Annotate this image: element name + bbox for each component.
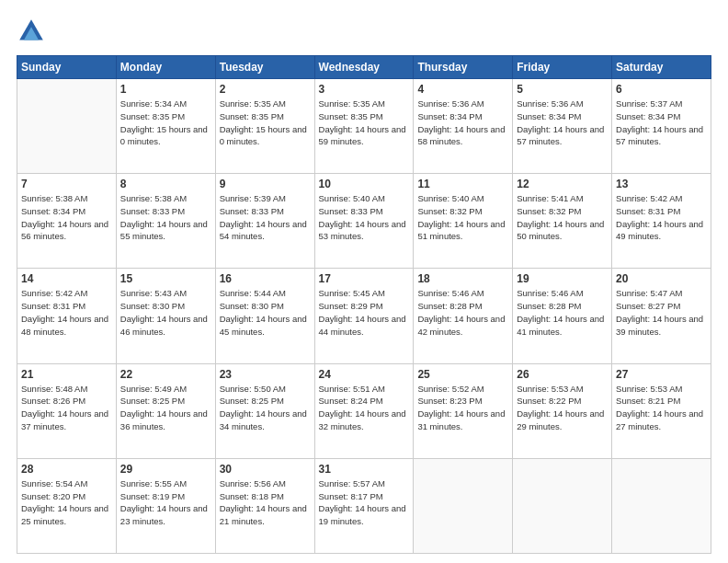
calendar-cell: 5Sunrise: 5:36 AM Sunset: 8:34 PM Daylig… bbox=[513, 79, 612, 174]
header bbox=[17, 17, 711, 46]
day-number: 10 bbox=[319, 178, 410, 190]
calendar-cell: 1Sunrise: 5:34 AM Sunset: 8:35 PM Daylig… bbox=[116, 79, 215, 174]
day-info: Sunrise: 5:47 AM Sunset: 8:27 PM Dayligh… bbox=[616, 287, 707, 338]
day-info: Sunrise: 5:50 AM Sunset: 8:25 PM Dayligh… bbox=[220, 383, 311, 433]
calendar-table: SundayMondayTuesdayWednesdayThursdayFrid… bbox=[17, 55, 711, 554]
calendar-cell: 2Sunrise: 5:35 AM Sunset: 8:35 PM Daylig… bbox=[215, 79, 314, 174]
day-number: 6 bbox=[616, 83, 707, 96]
calendar-cell: 8Sunrise: 5:38 AM Sunset: 8:33 PM Daylig… bbox=[116, 174, 215, 269]
day-info: Sunrise: 5:45 AM Sunset: 8:29 PM Dayligh… bbox=[319, 287, 410, 338]
calendar-cell: 22Sunrise: 5:49 AM Sunset: 8:25 PM Dayli… bbox=[116, 363, 215, 458]
calendar-cell bbox=[612, 458, 711, 553]
logo bbox=[17, 17, 51, 46]
day-number: 4 bbox=[417, 83, 508, 96]
col-header-saturday: Saturday bbox=[612, 56, 711, 79]
calendar-week-4: 28Sunrise: 5:54 AM Sunset: 8:20 PM Dayli… bbox=[17, 458, 711, 553]
day-number: 1 bbox=[120, 83, 211, 96]
calendar-cell: 25Sunrise: 5:52 AM Sunset: 8:23 PM Dayli… bbox=[414, 363, 513, 458]
day-info: Sunrise: 5:51 AM Sunset: 8:24 PM Dayligh… bbox=[319, 383, 410, 433]
day-number: 29 bbox=[120, 463, 211, 476]
calendar-cell: 27Sunrise: 5:53 AM Sunset: 8:21 PM Dayli… bbox=[612, 363, 711, 458]
day-info: Sunrise: 5:53 AM Sunset: 8:21 PM Dayligh… bbox=[616, 383, 707, 433]
calendar-cell: 30Sunrise: 5:56 AM Sunset: 8:18 PM Dayli… bbox=[215, 458, 314, 553]
calendar-cell: 24Sunrise: 5:51 AM Sunset: 8:24 PM Dayli… bbox=[314, 363, 414, 458]
calendar-cell: 3Sunrise: 5:35 AM Sunset: 8:35 PM Daylig… bbox=[314, 79, 414, 174]
calendar-cell: 14Sunrise: 5:42 AM Sunset: 8:31 PM Dayli… bbox=[17, 269, 117, 363]
col-header-wednesday: Wednesday bbox=[314, 56, 414, 79]
day-number: 17 bbox=[319, 272, 410, 285]
day-number: 22 bbox=[120, 368, 211, 381]
calendar-cell bbox=[513, 458, 612, 553]
day-number: 9 bbox=[220, 178, 311, 190]
calendar-cell: 9Sunrise: 5:39 AM Sunset: 8:33 PM Daylig… bbox=[215, 174, 314, 269]
calendar-cell: 11Sunrise: 5:40 AM Sunset: 8:32 PM Dayli… bbox=[414, 174, 513, 269]
day-info: Sunrise: 5:39 AM Sunset: 8:33 PM Dayligh… bbox=[220, 192, 311, 243]
day-number: 3 bbox=[319, 83, 410, 96]
calendar-body: 1Sunrise: 5:34 AM Sunset: 8:35 PM Daylig… bbox=[17, 79, 711, 554]
day-number: 30 bbox=[220, 463, 311, 476]
calendar-week-3: 21Sunrise: 5:48 AM Sunset: 8:26 PM Dayli… bbox=[17, 363, 711, 458]
calendar-cell: 23Sunrise: 5:50 AM Sunset: 8:25 PM Dayli… bbox=[215, 363, 314, 458]
day-number: 18 bbox=[417, 272, 508, 285]
calendar-cell: 17Sunrise: 5:45 AM Sunset: 8:29 PM Dayli… bbox=[314, 269, 414, 363]
col-header-thursday: Thursday bbox=[414, 56, 513, 79]
day-info: Sunrise: 5:46 AM Sunset: 8:28 PM Dayligh… bbox=[417, 287, 508, 338]
calendar-cell: 21Sunrise: 5:48 AM Sunset: 8:26 PM Dayli… bbox=[17, 363, 117, 458]
calendar-week-0: 1Sunrise: 5:34 AM Sunset: 8:35 PM Daylig… bbox=[17, 79, 711, 174]
day-info: Sunrise: 5:53 AM Sunset: 8:22 PM Dayligh… bbox=[517, 383, 608, 433]
calendar-cell: 7Sunrise: 5:38 AM Sunset: 8:34 PM Daylig… bbox=[17, 174, 117, 269]
day-info: Sunrise: 5:38 AM Sunset: 8:33 PM Dayligh… bbox=[120, 192, 211, 243]
day-number: 16 bbox=[220, 272, 311, 285]
day-info: Sunrise: 5:52 AM Sunset: 8:23 PM Dayligh… bbox=[417, 383, 508, 433]
day-info: Sunrise: 5:35 AM Sunset: 8:35 PM Dayligh… bbox=[319, 98, 410, 148]
calendar-cell: 28Sunrise: 5:54 AM Sunset: 8:20 PM Dayli… bbox=[17, 458, 117, 553]
day-info: Sunrise: 5:37 AM Sunset: 8:34 PM Dayligh… bbox=[616, 98, 707, 148]
day-info: Sunrise: 5:56 AM Sunset: 8:18 PM Dayligh… bbox=[220, 477, 311, 528]
calendar-cell: 20Sunrise: 5:47 AM Sunset: 8:27 PM Dayli… bbox=[612, 269, 711, 363]
day-info: Sunrise: 5:44 AM Sunset: 8:30 PM Dayligh… bbox=[220, 287, 311, 338]
day-info: Sunrise: 5:55 AM Sunset: 8:19 PM Dayligh… bbox=[120, 477, 211, 528]
day-info: Sunrise: 5:49 AM Sunset: 8:25 PM Dayligh… bbox=[120, 383, 211, 433]
day-info: Sunrise: 5:57 AM Sunset: 8:17 PM Dayligh… bbox=[319, 477, 410, 528]
day-info: Sunrise: 5:42 AM Sunset: 8:31 PM Dayligh… bbox=[616, 192, 707, 243]
day-info: Sunrise: 5:35 AM Sunset: 8:35 PM Dayligh… bbox=[220, 98, 311, 148]
day-number: 2 bbox=[220, 83, 311, 96]
col-header-monday: Monday bbox=[116, 56, 215, 79]
calendar-cell: 12Sunrise: 5:41 AM Sunset: 8:32 PM Dayli… bbox=[513, 174, 612, 269]
day-number: 13 bbox=[616, 178, 707, 190]
calendar-week-2: 14Sunrise: 5:42 AM Sunset: 8:31 PM Dayli… bbox=[17, 269, 711, 363]
day-info: Sunrise: 5:36 AM Sunset: 8:34 PM Dayligh… bbox=[517, 98, 608, 148]
calendar-week-1: 7Sunrise: 5:38 AM Sunset: 8:34 PM Daylig… bbox=[17, 174, 711, 269]
calendar-cell: 18Sunrise: 5:46 AM Sunset: 8:28 PM Dayli… bbox=[414, 269, 513, 363]
calendar-cell: 10Sunrise: 5:40 AM Sunset: 8:33 PM Dayli… bbox=[314, 174, 414, 269]
calendar-cell: 13Sunrise: 5:42 AM Sunset: 8:31 PM Dayli… bbox=[612, 174, 711, 269]
day-number: 21 bbox=[21, 368, 112, 381]
calendar-cell: 26Sunrise: 5:53 AM Sunset: 8:22 PM Dayli… bbox=[513, 363, 612, 458]
calendar-cell: 31Sunrise: 5:57 AM Sunset: 8:17 PM Dayli… bbox=[314, 458, 414, 553]
calendar-cell bbox=[17, 79, 117, 174]
day-info: Sunrise: 5:34 AM Sunset: 8:35 PM Dayligh… bbox=[120, 98, 211, 148]
day-number: 5 bbox=[517, 83, 608, 96]
day-info: Sunrise: 5:40 AM Sunset: 8:32 PM Dayligh… bbox=[417, 192, 508, 243]
calendar-cell bbox=[414, 458, 513, 553]
day-info: Sunrise: 5:48 AM Sunset: 8:26 PM Dayligh… bbox=[21, 383, 112, 433]
day-info: Sunrise: 5:46 AM Sunset: 8:28 PM Dayligh… bbox=[517, 287, 608, 338]
calendar-cell: 19Sunrise: 5:46 AM Sunset: 8:28 PM Dayli… bbox=[513, 269, 612, 363]
calendar-cell: 6Sunrise: 5:37 AM Sunset: 8:34 PM Daylig… bbox=[612, 79, 711, 174]
day-number: 23 bbox=[220, 368, 311, 381]
day-number: 19 bbox=[517, 272, 608, 285]
day-number: 11 bbox=[417, 178, 508, 190]
day-info: Sunrise: 5:41 AM Sunset: 8:32 PM Dayligh… bbox=[517, 192, 608, 243]
day-number: 15 bbox=[120, 272, 211, 285]
day-number: 7 bbox=[21, 178, 112, 190]
logo-icon bbox=[17, 17, 46, 46]
day-number: 28 bbox=[21, 463, 112, 476]
day-number: 26 bbox=[517, 368, 608, 381]
day-info: Sunrise: 5:43 AM Sunset: 8:30 PM Dayligh… bbox=[120, 287, 211, 338]
day-info: Sunrise: 5:36 AM Sunset: 8:34 PM Dayligh… bbox=[417, 98, 508, 148]
day-number: 14 bbox=[21, 272, 112, 285]
calendar-cell: 29Sunrise: 5:55 AM Sunset: 8:19 PM Dayli… bbox=[116, 458, 215, 553]
calendar-header-row: SundayMondayTuesdayWednesdayThursdayFrid… bbox=[17, 56, 711, 79]
day-number: 20 bbox=[616, 272, 707, 285]
day-info: Sunrise: 5:40 AM Sunset: 8:33 PM Dayligh… bbox=[319, 192, 410, 243]
